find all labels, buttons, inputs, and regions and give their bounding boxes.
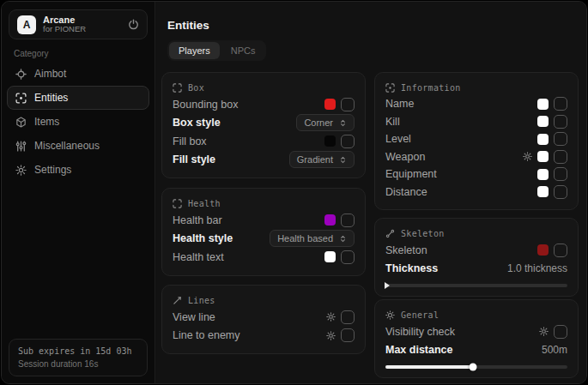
scan-icon (15, 93, 27, 104)
setting-label: View line (173, 311, 215, 323)
app-tagline: for PIONER (43, 25, 86, 34)
color-swatch[interactable] (324, 135, 336, 147)
color-swatch[interactable] (537, 186, 549, 197)
checkbox[interactable] (554, 244, 567, 257)
setting-label: Max distance (385, 344, 453, 356)
setting-row-visibility-check: Visibility check (385, 322, 567, 341)
sidebar-nav: Aimbot Entities Items (7, 62, 149, 182)
setting-label: Thickness (385, 262, 438, 274)
checkbox[interactable] (554, 115, 567, 129)
setting-label: Health style (173, 232, 233, 244)
main-content: Entities Players NPCs Box Bounding box (156, 2, 586, 383)
subscription-card: Sub expires in 15d 03h Session duration … (9, 339, 148, 376)
sidebar-item-label: Settings (34, 164, 71, 176)
gear-icon[interactable] (539, 327, 549, 336)
app-window: A Arcane for PIONER Category Aimbot (1, 1, 587, 384)
panel-title: General (401, 310, 439, 320)
setting-row-health-style: Health style Health based (173, 230, 355, 249)
setting-label: Box style (173, 117, 221, 129)
color-swatch[interactable] (537, 169, 549, 180)
setting-row-skeleton: Skeleton (385, 241, 567, 260)
sidebar-item-aimbot[interactable]: Aimbot (7, 62, 149, 86)
setting-row-distance: Distance (385, 183, 567, 202)
gear-icon[interactable] (326, 312, 336, 322)
color-swatch[interactable] (324, 214, 336, 226)
setting-row-fill-box: Fill box (173, 132, 355, 151)
box-style-dropdown[interactable]: Corner (296, 114, 355, 131)
dropdown-value: Corner (304, 117, 333, 128)
gear-icon[interactable] (523, 152, 532, 161)
unfold-icon (339, 235, 347, 243)
checkbox[interactable] (554, 150, 567, 164)
page-title: Entities (167, 19, 209, 32)
dropdown-value: Health based (277, 233, 333, 244)
setting-label: Fill box (173, 135, 207, 147)
setting-label: Health text (173, 251, 224, 263)
category-label: Category (14, 49, 49, 58)
sidebar-item-items[interactable]: Items (7, 110, 149, 134)
setting-row-name: Name (385, 95, 567, 113)
sidebar-item-entities[interactable]: Entities (7, 86, 149, 110)
color-swatch[interactable] (537, 134, 549, 145)
checkbox[interactable] (341, 98, 355, 111)
tab-players[interactable]: Players (169, 42, 220, 59)
color-swatch[interactable] (537, 151, 549, 162)
line-icon (173, 296, 182, 305)
setting-label: Level (385, 133, 411, 145)
setting-row-thickness: Thickness 1.0 thickness (385, 260, 567, 279)
power-icon[interactable] (128, 19, 139, 30)
checkbox[interactable] (554, 97, 567, 111)
checkbox[interactable] (341, 214, 355, 227)
checkbox[interactable] (341, 310, 355, 324)
checkbox[interactable] (341, 250, 355, 264)
fill-style-dropdown[interactable]: Gradient (289, 151, 355, 168)
color-swatch[interactable] (324, 99, 336, 110)
crosshair-icon (15, 69, 27, 80)
gear-icon[interactable] (326, 331, 336, 340)
max-distance-slider[interactable] (385, 365, 567, 369)
panel-health: Health Health bar Health style Health ba… (161, 188, 366, 276)
corners-icon (173, 83, 182, 93)
sidebar-item-label: Aimbot (34, 68, 66, 80)
thickness-slider[interactable] (385, 284, 567, 287)
gear-icon (15, 165, 27, 176)
setting-label: Kill (385, 116, 400, 128)
slider-thumb[interactable] (385, 282, 390, 289)
panel-title: Skeleton (401, 229, 445, 238)
checkbox[interactable] (554, 167, 567, 181)
setting-label: Health bar (173, 214, 222, 226)
package-icon (15, 117, 27, 128)
setting-label: Equipment (385, 168, 437, 180)
app-logo: A (17, 15, 36, 34)
sidebar-item-label: Entities (34, 92, 68, 104)
color-swatch[interactable] (537, 99, 549, 110)
setting-row-max-distance: Max distance 500m (385, 341, 567, 360)
brand-card: A Arcane for PIONER (9, 9, 148, 39)
sidebar-item-settings[interactable]: Settings (7, 158, 149, 182)
sidebar-item-miscellaneous[interactable]: Miscellaneous (7, 134, 149, 158)
unfold-icon (339, 156, 347, 164)
color-swatch[interactable] (537, 244, 549, 256)
slider-thumb[interactable] (469, 364, 476, 371)
checkbox[interactable] (341, 135, 355, 148)
checkbox[interactable] (341, 328, 355, 342)
setting-row-weapon: Weapon (385, 148, 567, 166)
setting-label: Name (385, 98, 414, 110)
setting-label: Skeleton (385, 244, 427, 256)
tab-npcs[interactable]: NPCs (221, 42, 265, 59)
color-swatch[interactable] (324, 251, 336, 262)
sub-expires-text: Sub expires in 15d 03h (18, 346, 138, 356)
sliders-icon (15, 141, 27, 152)
setting-row-kill: Kill (385, 113, 567, 131)
checkbox[interactable] (554, 132, 567, 146)
checkbox[interactable] (554, 185, 567, 199)
panel-general: General Visibility check Max distance 50… (374, 299, 579, 378)
sidebar: A Arcane for PIONER Category Aimbot (2, 2, 155, 383)
panel-title: Health (188, 199, 221, 208)
setting-row-health-text: Health text (173, 248, 355, 267)
health-style-dropdown[interactable]: Health based (270, 230, 355, 247)
color-swatch[interactable] (537, 116, 549, 127)
checkbox[interactable] (554, 325, 567, 339)
panel-box: Box Bounding box Box style Corner (161, 72, 366, 178)
unfold-icon (339, 119, 347, 127)
